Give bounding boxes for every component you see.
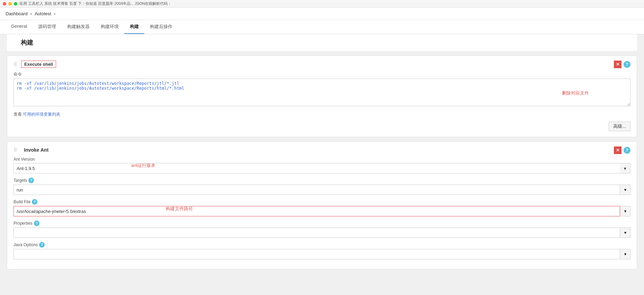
command-area: 删除对应文件 bbox=[14, 79, 630, 107]
tab-build-trigger[interactable]: 构建触发器 bbox=[62, 20, 95, 34]
ant-version-annotation: ant运行版本 bbox=[131, 162, 155, 169]
tab-build[interactable]: 构建 bbox=[124, 20, 144, 34]
tab-build-env[interactable]: 构建环境 bbox=[95, 20, 124, 34]
build-file-row: Build File ? ▾ 构建文件路径 bbox=[14, 199, 630, 216]
java-options-row: Java Options ? ▾ bbox=[14, 242, 630, 259]
build-file-annotation: 构建文件路径 bbox=[166, 206, 193, 212]
topbar: 应用 工具栏入 系统 技术博客 百度 下：你知道 百度题库·2004年品... … bbox=[0, 0, 644, 8]
build-file-label: Build File ? bbox=[14, 199, 630, 205]
targets-input-area: ▾ bbox=[14, 185, 630, 195]
delete-files-annotation: 删除对应文件 bbox=[562, 90, 589, 96]
properties-input[interactable] bbox=[14, 227, 620, 238]
execute-shell-actions: ✕ ? bbox=[614, 61, 630, 68]
ant-version-label: Ant Version bbox=[14, 157, 630, 162]
tab-bar: General 源码管理 构建触发器 构建环境 构建 构建后操作 bbox=[0, 20, 644, 34]
invoke-ant-drag-icon: ⠿ bbox=[14, 147, 17, 153]
topbar-text: 应用 工具栏入 系统 技术博客 百度 下：你知道 百度题库·2004年品... … bbox=[19, 1, 171, 6]
drag-icon: ⠿ bbox=[14, 62, 17, 67]
java-options-label: Java Options ? bbox=[14, 242, 630, 248]
build-file-dropdown-button[interactable]: ▾ bbox=[620, 206, 630, 216]
env-link-area: 查看 可用的环境变量列表 bbox=[14, 111, 630, 117]
page-title: 构建 bbox=[14, 34, 40, 50]
invoke-ant-actions: ✕ ? bbox=[614, 146, 630, 154]
ant-version-select-wrapper: Ant-1.9.5 ▾ bbox=[14, 163, 630, 173]
execute-shell-block: ⠿ Execute shell ✕ ? 命令 删除对应文件 查看 可用的环境变量… bbox=[7, 55, 637, 137]
invoke-ant-help-button[interactable]: ? bbox=[624, 147, 630, 154]
properties-row: Properties ? ▾ bbox=[14, 221, 630, 238]
tab-post-build[interactable]: 构建后操作 bbox=[144, 20, 178, 34]
properties-label: Properties ? bbox=[14, 221, 630, 226]
java-options-input-area: ▾ bbox=[14, 249, 630, 259]
advanced-button[interactable]: 高级... bbox=[609, 122, 630, 131]
invoke-ant-title: Invoke Ant bbox=[21, 146, 51, 153]
breadcrumb-dashboard[interactable]: Dashboard bbox=[6, 11, 28, 16]
dot-yellow[interactable] bbox=[8, 2, 12, 6]
tab-general[interactable]: General bbox=[6, 20, 33, 34]
execute-shell-header: ⠿ Execute shell bbox=[14, 61, 630, 68]
execute-shell-title: Execute shell bbox=[21, 61, 56, 68]
breadcrumb: Dashboard › Autotest › bbox=[0, 8, 644, 20]
page-title-area: 构建 bbox=[7, 34, 637, 51]
properties-help-button[interactable]: ? bbox=[34, 221, 39, 226]
env-link[interactable]: 可用的环境变量列表 bbox=[23, 112, 60, 117]
build-file-help-button[interactable]: ? bbox=[32, 199, 37, 205]
dot-green[interactable] bbox=[14, 2, 17, 6]
ant-version-row: Ant Version Ant-1.9.5 ▾ ant运行版本 bbox=[14, 157, 630, 173]
build-file-input-area: ▾ bbox=[14, 206, 630, 216]
targets-dropdown-button[interactable]: ▾ bbox=[620, 185, 630, 195]
targets-help-button[interactable]: ? bbox=[28, 178, 34, 183]
main-content: 构建 ⠿ Execute shell ✕ ? 命令 删除对应文件 查看 可用的环… bbox=[0, 34, 644, 280]
command-label: 命令 bbox=[14, 71, 630, 77]
ant-version-select[interactable]: Ant-1.9.5 bbox=[14, 163, 630, 173]
breadcrumb-sep1: › bbox=[30, 11, 32, 16]
targets-row: Targets ? ▾ bbox=[14, 178, 630, 195]
breadcrumb-sep2: › bbox=[54, 11, 55, 16]
invoke-ant-block: ⠿ Invoke Ant ✕ ? Ant Version Ant-1.9.5 ▾… bbox=[7, 141, 637, 269]
execute-shell-close-button[interactable]: ✕ bbox=[614, 61, 621, 68]
invoke-ant-header: ⠿ Invoke Ant bbox=[14, 146, 630, 153]
properties-dropdown-button[interactable]: ▾ bbox=[620, 227, 630, 238]
targets-label: Targets ? bbox=[14, 178, 630, 183]
invoke-ant-close-button[interactable]: ✕ bbox=[614, 146, 621, 154]
breadcrumb-autotest[interactable]: Autotest bbox=[35, 11, 51, 16]
execute-shell-help-button[interactable]: ? bbox=[624, 61, 630, 68]
java-options-input[interactable] bbox=[14, 249, 620, 259]
dot-red[interactable] bbox=[3, 2, 6, 6]
targets-input[interactable] bbox=[14, 185, 620, 195]
tab-source-management[interactable]: 源码管理 bbox=[33, 20, 62, 34]
java-options-dropdown-button[interactable]: ▾ bbox=[620, 249, 630, 259]
command-textarea[interactable] bbox=[14, 79, 630, 106]
advanced-row: 高级... bbox=[14, 122, 630, 131]
properties-input-area: ▾ bbox=[14, 227, 630, 238]
command-field: 命令 删除对应文件 bbox=[14, 71, 630, 107]
java-options-help-button[interactable]: ? bbox=[39, 242, 45, 248]
build-file-input[interactable] bbox=[14, 206, 620, 216]
